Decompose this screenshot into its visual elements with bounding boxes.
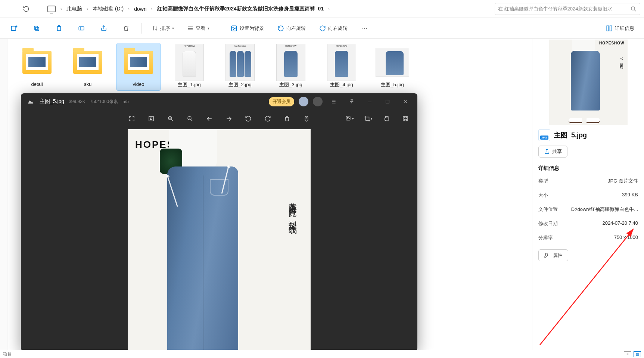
info-size: 大小399 KB: [538, 190, 638, 200]
menu-icon[interactable]: ☰: [327, 96, 340, 107]
next-icon[interactable]: [224, 113, 234, 124]
crumb-folder[interactable]: 红袖高腰微弹白色牛仔裤秋季2024新款女装做旧水洗修身显瘦直筒裤_01: [154, 4, 327, 14]
info-resolution: 分辨率750 x 1000: [538, 233, 638, 243]
address-bar: › 此电脑 › 本地磁盘 (D:) › down › 红袖高腰微弹白色牛仔裤秋季…: [0, 0, 644, 18]
premium-button[interactable]: 开通会员: [269, 97, 294, 106]
rotate-right-button[interactable]: 向右旋转: [316, 23, 351, 34]
viewer-filesize: 399.93K: [69, 99, 85, 104]
preview-thumbnail: HOPESHOW V型约克线: [549, 40, 628, 125]
svg-rect-11: [149, 116, 153, 121]
info-path: 文件位置D:\down\红袖高腰微弹白色牛...: [538, 205, 638, 214]
status-bar: 项目 ≡ ▦: [0, 350, 644, 358]
search-icon: [630, 6, 637, 12]
file-image-3[interactable]: HOPESHOW 主图_3.jpg: [269, 43, 313, 90]
folder-detail[interactable]: detail: [15, 43, 59, 90]
fit-icon[interactable]: [146, 113, 156, 124]
view-list-icon[interactable]: ≡: [624, 351, 631, 357]
view-grid-icon[interactable]: ▦: [634, 351, 641, 357]
back-button[interactable]: [4, 2, 17, 16]
file-grid-area: detail sku video HOPESHOW 主图_1.jpg New F…: [7, 39, 532, 350]
sort-button[interactable]: 排序▾: [149, 23, 177, 34]
properties-button[interactable]: 属性: [538, 249, 568, 261]
save-icon[interactable]: [400, 113, 411, 124]
share-button[interactable]: [96, 21, 111, 36]
avatar[interactable]: [299, 97, 308, 106]
file-image-4[interactable]: HOPESHOW 主图_4.jpg: [320, 43, 364, 90]
file-image-1[interactable]: HOPESHOW 主图_1.jpg: [167, 43, 211, 90]
file-image-2[interactable]: New Feminism 主图_2.jpg: [218, 43, 262, 90]
details-filename: 主图_5.jpg: [554, 131, 587, 140]
set-background-button[interactable]: 设置为背景: [228, 23, 267, 34]
prev-icon[interactable]: [204, 113, 215, 124]
folder-video[interactable]: video: [116, 43, 161, 90]
image-thumb-icon: HOPESHOW: [276, 44, 305, 81]
print-icon[interactable]: [382, 113, 392, 124]
rotate-cw-icon[interactable]: [262, 113, 273, 124]
svg-point-0: [631, 7, 635, 10]
crumb-drive[interactable]: 本地磁盘 (D:): [90, 4, 127, 14]
viewer-index: 5/5: [122, 99, 129, 104]
breadcrumb[interactable]: › 此电脑 › 本地磁盘 (D:) › down › 红袖高腰微弹白色牛仔裤秋季…: [60, 4, 492, 14]
folder-icon: [124, 51, 153, 74]
chevron-right-icon: ›: [60, 6, 62, 12]
viewer-toolbar: ▾ ▾: [21, 110, 417, 128]
svg-rect-10: [610, 26, 612, 31]
toolbar: 排序▾ 查看▾ 设置为背景 向左旋转 向右旋转 ⋯ 详细信息: [0, 18, 644, 39]
viewer-dimensions: 750*1000像素: [90, 99, 118, 105]
image-thumb-icon: [376, 48, 409, 77]
annotation-arrow: [532, 225, 644, 350]
details-section-title: 详细信息: [538, 165, 638, 172]
rotate-ccw-icon[interactable]: [243, 113, 253, 124]
view-button[interactable]: 查看▾: [184, 23, 212, 34]
close-button[interactable]: ✕: [399, 96, 412, 107]
refresh-button[interactable]: [19, 2, 33, 16]
info-date: 修改日期2024-07-20 7:40: [538, 219, 638, 228]
info-type: 类型JPG 图片文件: [538, 176, 638, 186]
zoom-in-icon[interactable]: [165, 113, 176, 124]
copy-button[interactable]: [29, 21, 44, 36]
fullscreen-icon[interactable]: [127, 113, 137, 124]
pin-icon[interactable]: [345, 96, 358, 107]
details-panel: HOPESHOW V型约克线 JPG 主图_5.jpg 共享 详细信息 类型JP…: [532, 39, 644, 350]
folder-icon: [73, 51, 102, 74]
image-thumb-icon: HOPESHOW: [175, 44, 204, 81]
zoom-out-icon[interactable]: [185, 113, 195, 124]
svg-point-8: [233, 27, 234, 28]
file-image-5[interactable]: 主图_5.jpg: [370, 43, 414, 90]
minimize-button[interactable]: ─: [363, 96, 376, 107]
viewer-titlebar[interactable]: 主图_5.jpg 399.93K 750*1000像素 5/5 开通会员 ☰ ─…: [21, 93, 417, 110]
svg-rect-14: [305, 116, 308, 121]
paste-button[interactable]: [52, 21, 66, 36]
details-toggle-button[interactable]: 详细信息: [603, 23, 637, 34]
image-thumb-icon: New Feminism: [225, 44, 255, 81]
crumb-down[interactable]: down: [131, 4, 149, 13]
rotate-left-button[interactable]: 向左旋转: [274, 23, 309, 34]
svg-rect-6: [79, 27, 84, 30]
status-items: 项目: [3, 351, 12, 357]
mouse-icon[interactable]: [301, 113, 312, 124]
delete-button[interactable]: [119, 21, 134, 36]
left-rail: [0, 39, 7, 350]
svg-point-16: [347, 117, 348, 118]
theme-toggle[interactable]: [313, 97, 323, 106]
folder-sku[interactable]: sku: [66, 43, 110, 90]
new-button[interactable]: [7, 21, 22, 36]
viewer-canvas[interactable]: HOPESHOW 黄金腰臀比 V型约克线: [21, 128, 417, 350]
svg-line-19: [540, 229, 633, 345]
share-button[interactable]: 共享: [538, 146, 567, 158]
rename-button[interactable]: [74, 21, 89, 36]
monitor-icon: [45, 2, 58, 16]
main-image: HOPESHOW 黄金腰臀比 V型约克线: [128, 129, 311, 350]
chevron-down-icon: ▾: [208, 26, 209, 30]
maximize-button[interactable]: ☐: [381, 96, 394, 107]
edit-image-icon[interactable]: ▾: [344, 113, 355, 124]
svg-rect-18: [403, 116, 408, 121]
viewer-logo-icon: [26, 97, 35, 106]
image-viewer-window: 主图_5.jpg 399.93K 750*1000像素 5/5 开通会员 ☰ ─…: [21, 93, 417, 350]
crop-icon[interactable]: ▾: [363, 113, 373, 124]
trash-icon[interactable]: [282, 113, 292, 124]
crumb-pc[interactable]: 此电脑: [63, 4, 85, 14]
svg-rect-17: [385, 118, 389, 120]
search-input[interactable]: 在 红袖高腰微弹白色牛仔裤秋季2024新款女装做旧水: [495, 3, 640, 15]
more-button[interactable]: ⋯: [358, 22, 371, 35]
